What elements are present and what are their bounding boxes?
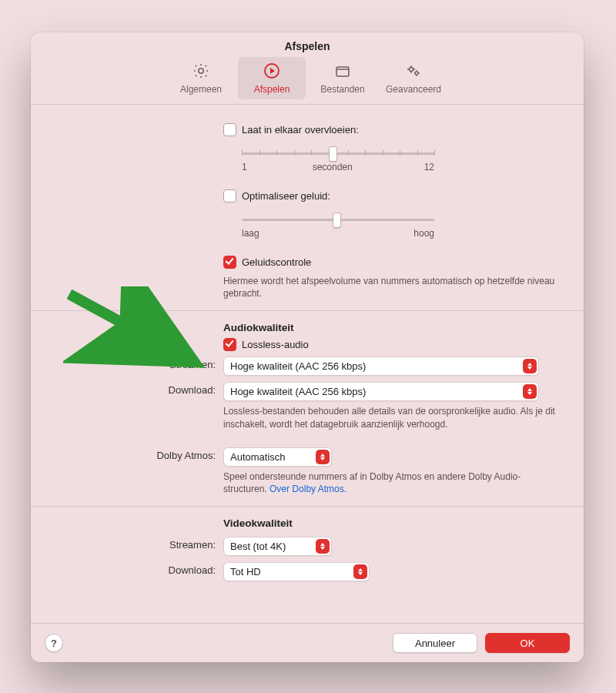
video-download-select[interactable]: Tot HD <box>223 562 370 581</box>
dolby-helper: Speel ondersteunde nummers af in Dolby A… <box>223 470 564 495</box>
crossfade-unit: seconden <box>241 162 424 172</box>
crossfade-slider[interactable] <box>242 146 434 159</box>
stream-quality-select[interactable]: Hoge kwaliteit (AAC 256 kbps) <box>223 357 539 376</box>
dolby-label: Dolby Atmos: <box>51 447 223 461</box>
video-download-label: Download: <box>51 562 223 576</box>
footer: ? Annuleer OK <box>31 623 584 662</box>
lossless-checkbox[interactable]: Lossless-audio <box>223 338 309 351</box>
tab-label: Afspelen <box>238 84 306 95</box>
checkbox-box-icon <box>223 123 236 136</box>
content-area: Laat in elkaar overvloeien: 1 seconden 1… <box>31 105 584 581</box>
download-quality-value: Hoge kwaliteit (AAC 256 kbps) <box>230 386 366 397</box>
dolby-select[interactable]: Automatisch <box>223 447 332 467</box>
svg-point-3 <box>410 68 413 72</box>
stream-label: Streamen: <box>51 357 223 370</box>
tab-advanced[interactable]: Geavanceerd <box>380 57 447 99</box>
tab-label: Bestanden <box>309 84 377 95</box>
video-stream-select[interactable]: Best (tot 4K) <box>223 537 332 556</box>
stepper-arrows-icon <box>523 384 537 399</box>
checkbox-box-checked-icon <box>223 256 236 269</box>
video-download-value: Tot HD <box>230 566 261 578</box>
help-button[interactable]: ? <box>45 634 63 652</box>
video-stream-label: Streamen: <box>51 537 223 551</box>
lossless-label: Lossless-audio <box>242 339 309 350</box>
tab-general[interactable]: Algemeen <box>167 57 235 99</box>
optimize-label: Optimaliseer geluid: <box>242 190 330 202</box>
svg-point-4 <box>415 72 418 75</box>
folder-icon <box>309 62 377 82</box>
optimize-high: hoog <box>413 228 434 239</box>
dolby-value: Automatisch <box>230 451 286 463</box>
stream-quality-value: Hoge kwaliteit (AAC 256 kbps) <box>230 360 366 372</box>
tab-files[interactable]: Bestanden <box>309 57 377 99</box>
slider-ticks <box>242 149 434 156</box>
crossfade-label: Laat in elkaar overvloeien: <box>242 124 359 136</box>
soundcheck-label: Geluidscontrole <box>242 256 311 268</box>
optimize-low: laag <box>242 228 259 239</box>
ok-button[interactable]: OK <box>485 633 570 653</box>
crossfade-max: 12 <box>424 162 434 172</box>
stepper-arrows-icon <box>316 539 330 554</box>
stepper-arrows-icon <box>316 450 330 464</box>
play-icon <box>238 62 306 82</box>
slider-thumb[interactable] <box>329 146 337 162</box>
crossfade-checkbox[interactable]: Laat in elkaar overvloeien: <box>223 123 359 136</box>
gears-icon <box>380 62 447 82</box>
tab-playback[interactable]: Afspelen <box>238 57 306 99</box>
audio-quality-helper: Lossless-bestanden behouden alle details… <box>223 405 564 430</box>
tab-label: Algemeen <box>167 84 235 95</box>
stepper-arrows-icon <box>353 564 367 579</box>
video-quality-heading: Videokwaliteit <box>223 517 564 529</box>
optimize-slider[interactable] <box>242 213 434 225</box>
cancel-button[interactable]: Annuleer <box>393 633 477 653</box>
download-quality-select[interactable]: Hoge kwaliteit (AAC 256 kbps) <box>223 382 539 401</box>
toolbar: Algemeen Afspelen Bestanden Geavanceerd <box>31 57 584 105</box>
svg-rect-2 <box>336 67 349 76</box>
download-label: Download: <box>51 382 223 396</box>
checkbox-box-checked-icon <box>223 338 236 351</box>
window-title: Afspelen <box>31 32 584 52</box>
optimize-checkbox[interactable]: Optimaliseer geluid: <box>223 189 330 203</box>
preferences-window: Afspelen Algemeen Afspelen Bestanden Gea… <box>31 32 584 662</box>
stepper-arrows-icon <box>523 359 537 373</box>
dolby-link[interactable]: Over Dolby Atmos. <box>270 484 346 494</box>
video-stream-value: Best (tot 4K) <box>230 541 286 552</box>
soundcheck-helper: Hiermee wordt het afspeelvolume van numm… <box>223 275 564 300</box>
section-divider <box>31 506 584 507</box>
slider-thumb[interactable] <box>333 213 341 228</box>
soundcheck-checkbox[interactable]: Geluidscontrole <box>223 256 311 269</box>
section-divider <box>31 310 584 311</box>
help-icon: ? <box>51 638 57 649</box>
tab-label: Geavanceerd <box>380 84 447 95</box>
audio-quality-heading: Audiokwaliteit <box>223 322 564 333</box>
gear-icon <box>167 62 235 82</box>
checkbox-box-icon <box>223 189 236 203</box>
svg-point-0 <box>199 69 203 73</box>
